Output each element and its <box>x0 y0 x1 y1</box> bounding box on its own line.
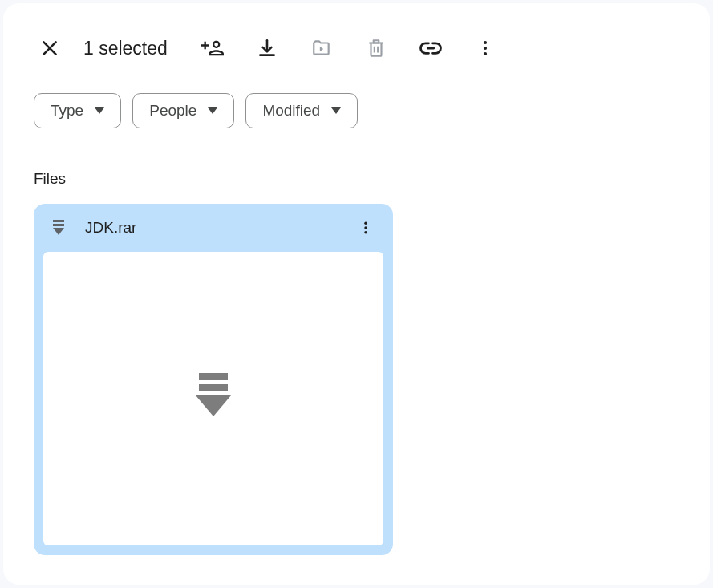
svg-point-4 <box>484 52 487 55</box>
files-heading: Files <box>34 170 679 188</box>
more-icon[interactable] <box>469 32 501 64</box>
file-header: JDK.rar <box>34 204 393 252</box>
file-more-icon[interactable] <box>353 215 379 241</box>
move-icon <box>306 32 338 64</box>
filter-modified[interactable]: Modified <box>245 93 358 128</box>
svg-rect-11 <box>199 384 228 391</box>
filter-type[interactable]: Type <box>34 93 121 128</box>
chevron-down-icon <box>208 107 217 114</box>
svg-rect-6 <box>53 224 64 226</box>
chevron-down-icon <box>95 107 104 114</box>
file-preview <box>43 252 383 545</box>
filter-type-label: Type <box>51 102 83 120</box>
file-name: JDK.rar <box>85 219 334 237</box>
share-icon[interactable] <box>196 32 229 64</box>
svg-rect-5 <box>53 220 64 222</box>
svg-point-2 <box>484 41 487 44</box>
archive-icon <box>51 220 66 236</box>
filter-modified-label: Modified <box>262 102 320 120</box>
archive-preview-icon <box>194 373 233 424</box>
file-card[interactable]: JDK.rar <box>34 204 393 555</box>
selection-toolbar: 1 selected <box>34 32 679 64</box>
svg-point-3 <box>484 47 487 50</box>
trash-icon <box>360 32 392 64</box>
selected-count: 1 selected <box>83 38 168 59</box>
chevron-down-icon <box>331 107 341 114</box>
svg-point-7 <box>364 221 367 225</box>
link-icon[interactable] <box>415 32 447 64</box>
filter-people[interactable]: People <box>132 93 234 128</box>
svg-rect-10 <box>199 373 228 380</box>
filter-row: Type People Modified <box>34 93 679 128</box>
main-panel: 1 selected Type People Modified <box>3 3 710 585</box>
close-icon[interactable] <box>34 32 66 64</box>
filter-people-label: People <box>149 102 196 120</box>
svg-point-9 <box>364 231 367 234</box>
download-icon[interactable] <box>251 32 283 64</box>
svg-point-8 <box>364 226 367 229</box>
